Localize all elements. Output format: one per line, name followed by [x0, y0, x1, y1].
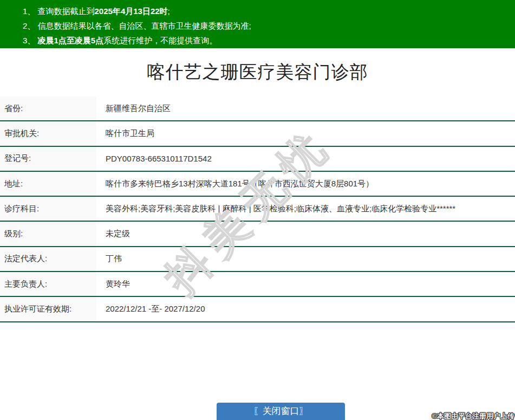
field-value: 未定级 — [96, 222, 515, 245]
field-label: 主要负责人: — [0, 272, 96, 296]
notice-segment: 3、 — [23, 36, 38, 45]
table-row: 级别:未定级 — [0, 222, 515, 247]
field-value: 喀什市卫生局 — [96, 121, 515, 145]
field-label: 执业许可证有效期: — [0, 297, 96, 321]
notice-segment: 2、 信息数据结果以各省、自治区、直辖市卫生健康委数据为准; — [23, 21, 251, 30]
table-row: 主要负责人:黄玲华 — [0, 272, 515, 297]
table-row: 登记号:PDY00783-665310117D1542 — [0, 147, 515, 172]
notice-segment: ; — [168, 7, 170, 16]
institution-title: 喀什艺之珊医疗美容门诊部 — [147, 60, 368, 85]
notice-segment: 系统进行维护，不能提供查询。 — [103, 36, 217, 45]
field-label: 审批机关: — [0, 121, 96, 145]
notice-bar: 1、 查询数据截止到2025年4月13日22时;2、 信息数据结果以各省、自治区… — [0, 0, 515, 48]
field-value: 丁伟 — [96, 247, 515, 271]
notice-line: 1、 查询数据截止到2025年4月13日22时; — [23, 4, 515, 18]
notice-line: 3、 凌晨1点至凌晨5点系统进行维护，不能提供查询。 — [23, 33, 515, 48]
table-row: 执业许可证有效期:2022/12/21 -至- 2027/12/20 — [0, 297, 515, 322]
field-label: 地址: — [0, 172, 96, 196]
table-row: 地址:喀什市多来特巴格乡13村深喀大道181号（喀什市西泓世贸大厦8层801号） — [0, 172, 515, 197]
upload-stamp-note: ©本图由平台注册用户上传 — [432, 411, 514, 420]
field-value: 喀什市多来特巴格乡13村深喀大道181号（喀什市西泓世贸大厦8层801号） — [96, 172, 515, 196]
field-value: 新疆维吾尔自治区 — [96, 96, 515, 120]
notice-segment: 1、 查询数据截止到 — [23, 7, 95, 16]
field-label: 省份: — [0, 96, 96, 120]
notice-line: 2、 信息数据结果以各省、自治区、直辖市卫生健康委数据为准; — [23, 18, 515, 33]
field-value: 黄玲华 — [96, 272, 515, 296]
table-row: 法定代表人:丁伟 — [0, 247, 515, 272]
field-value: 美容外科;美容牙科;美容皮肤科 | 麻醉科 | 医学检验科;临床体液、血液专业;… — [96, 197, 515, 221]
field-label: 登记号: — [0, 147, 96, 171]
close-window-button[interactable]: 〖关闭窗口〗 — [217, 403, 345, 420]
table-row: 省份:新疆维吾尔自治区 — [0, 96, 515, 121]
notice-segment: 2025年4月13日22时 — [95, 7, 168, 16]
notice-list: 1、 查询数据截止到2025年4月13日22时;2、 信息数据结果以各省、自治区… — [0, 0, 515, 48]
info-table: 省份:新疆维吾尔自治区审批机关:喀什市卫生局登记号:PDY00783-66531… — [0, 96, 515, 322]
field-value: PDY00783-665310117D1542 — [96, 147, 515, 171]
table-row: 诊疗科目:美容外科;美容牙科;美容皮肤科 | 麻醉科 | 医学检验科;临床体液、… — [0, 197, 515, 222]
query-result-page: 1、 查询数据截止到2025年4月13日22时;2、 信息数据结果以各省、自治区… — [0, 0, 515, 420]
table-row: 审批机关:喀什市卫生局 — [0, 121, 515, 146]
title-area: 喀什艺之珊医疗美容门诊部 — [0, 48, 515, 96]
field-label: 诊疗科目: — [0, 197, 96, 221]
field-value: 2022/12/21 -至- 2027/12/20 — [96, 297, 515, 321]
field-label: 法定代表人: — [0, 247, 96, 271]
field-label: 级别: — [0, 222, 96, 245]
notice-segment: 凌晨1点至凌晨5点 — [38, 36, 104, 45]
